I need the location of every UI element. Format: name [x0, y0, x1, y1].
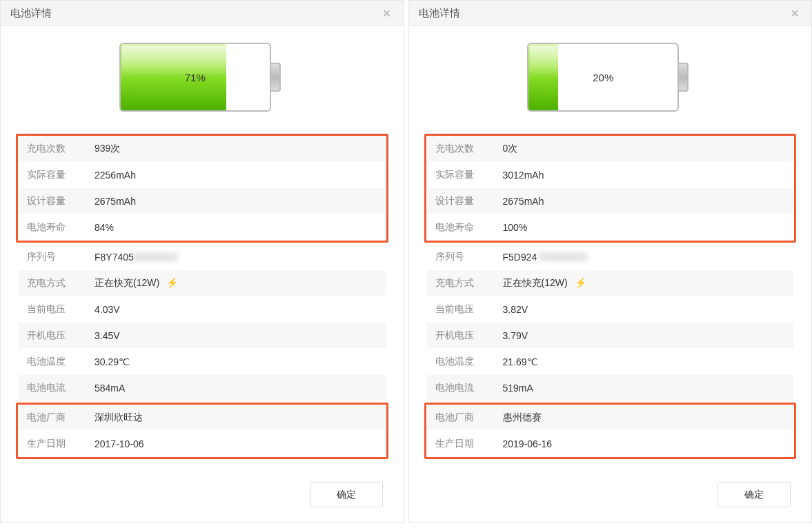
battery-graphic-area: 71% [1, 26, 404, 132]
label: 实际容量 [19, 169, 95, 181]
row-charge-mode: 充电方式 正在快充(12W) ⚡ [427, 270, 794, 296]
row-serial: 序列号 F5D9247XXXXXXX [427, 244, 794, 270]
value: 深圳欣旺达 [95, 412, 386, 424]
label: 序列号 [19, 251, 95, 263]
charge-mode-text: 正在快充(12W) [95, 277, 159, 288]
charge-mode-text: 正在快充(12W) [503, 277, 568, 288]
value: 3012mAh [503, 170, 794, 181]
value: 2675mAh [95, 196, 386, 207]
data-block: 充电次数 939次 实际容量 2256mAh 设计容量 2675mAh 电池寿命… [1, 132, 404, 467]
label: 充电方式 [19, 277, 95, 290]
row-battery-life: 电池寿命 84% [19, 214, 386, 241]
value: 584mA [95, 383, 386, 394]
value: 正在快充(12W) ⚡ [503, 277, 794, 290]
battery-graphic: 71% [119, 43, 285, 112]
label: 电池厂商 [427, 412, 503, 424]
serial-prefix: F8Y7405 [95, 252, 134, 263]
highlight-top: 充电次数 0次 实际容量 3012mAh 设计容量 2675mAh 电池寿命 1… [424, 134, 797, 243]
value: 3.82V [503, 304, 794, 315]
label: 充电方式 [427, 277, 503, 290]
value: F8Y74050XXXXXX [95, 252, 386, 263]
row-manufacturer: 电池厂商 惠州德赛 [427, 405, 794, 431]
value: 939次 [95, 143, 386, 155]
label: 当前电压 [427, 303, 503, 316]
value: 2017-10-06 [95, 438, 386, 449]
value: 21.69℃ [503, 356, 794, 367]
battery-fill [121, 44, 226, 110]
highlight-top: 充电次数 939次 实际容量 2256mAh 设计容量 2675mAh 电池寿命… [16, 134, 388, 243]
row-temperature: 电池温度 21.69℃ [427, 349, 794, 375]
panel-title: 电池详情 [419, 7, 460, 20]
value: 30.29℃ [95, 356, 386, 367]
ok-button[interactable]: 确定 [310, 483, 383, 507]
label: 电池温度 [19, 356, 95, 368]
value: 519mA [503, 383, 794, 394]
close-icon[interactable]: × [380, 6, 394, 20]
value: 2019-06-16 [503, 438, 794, 449]
app-root: 电池详情 × 71% 充电次数 939次 实际容量 [0, 0, 812, 523]
row-current-voltage: 当前电压 3.82V [427, 296, 794, 323]
label: 设计容量 [427, 195, 503, 207]
value: F5D9247XXXXXXX [503, 252, 794, 263]
serial-blurred: 0XXXXXX [134, 252, 178, 263]
label: 电池电流 [427, 382, 503, 394]
label: 当前电压 [19, 303, 95, 316]
highlight-bottom: 电池厂商 惠州德赛 生产日期 2019-06-16 [424, 403, 797, 459]
highlight-bottom: 电池厂商 深圳欣旺达 生产日期 2017-10-06 [16, 403, 388, 459]
lightning-icon: ⚡ [575, 277, 586, 288]
label: 电池寿命 [427, 221, 503, 234]
row-boot-voltage: 开机电压 3.45V [19, 323, 386, 349]
label: 电池寿命 [19, 221, 95, 234]
row-actual-capacity: 实际容量 2256mAh [19, 162, 386, 188]
battery-graphic: 20% [527, 43, 693, 112]
label: 电池温度 [427, 356, 503, 368]
row-current-voltage: 当前电压 4.03V [19, 296, 386, 323]
close-icon[interactable]: × [788, 6, 802, 20]
value: 100% [503, 222, 794, 233]
label: 生产日期 [19, 438, 95, 450]
label: 开机电压 [427, 329, 503, 342]
ok-button[interactable]: 确定 [717, 483, 791, 507]
row-charge-count: 充电次数 0次 [427, 136, 794, 162]
battery-tip [271, 63, 281, 92]
row-charge-count: 充电次数 939次 [19, 136, 386, 162]
panel-header: 电池详情 × [409, 1, 812, 26]
label: 电池电流 [19, 382, 95, 394]
row-production-date: 生产日期 2017-10-06 [19, 431, 386, 457]
battery-body [527, 43, 679, 112]
value: 3.79V [503, 330, 794, 341]
battery-body [119, 43, 271, 112]
label: 充电次数 [19, 143, 95, 155]
row-charge-mode: 充电方式 正在快充(12W) ⚡ [19, 270, 386, 296]
value: 4.03V [95, 304, 386, 315]
panel-footer: 确定 [1, 467, 404, 522]
label: 生产日期 [427, 438, 503, 450]
row-actual-capacity: 实际容量 3012mAh [427, 162, 794, 188]
row-design-capacity: 设计容量 2675mAh [19, 188, 386, 214]
serial-prefix: F5D924 [503, 252, 537, 263]
row-design-capacity: 设计容量 2675mAh [427, 188, 794, 214]
battery-tip [679, 63, 689, 92]
value: 2256mAh [95, 170, 386, 181]
battery-fill [528, 44, 558, 110]
row-current: 电池电流 519mA [427, 375, 794, 401]
row-boot-voltage: 开机电压 3.79V [427, 323, 794, 349]
label: 开机电压 [19, 329, 95, 342]
label: 设计容量 [19, 195, 95, 207]
row-manufacturer: 电池厂商 深圳欣旺达 [19, 405, 386, 431]
data-block: 充电次数 0次 实际容量 3012mAh 设计容量 2675mAh 电池寿命 1… [409, 132, 812, 467]
battery-panel-left: 电池详情 × 71% 充电次数 939次 实际容量 [0, 0, 404, 523]
row-temperature: 电池温度 30.29℃ [19, 349, 386, 375]
row-serial: 序列号 F8Y74050XXXXXX [19, 244, 386, 270]
label: 实际容量 [427, 169, 503, 181]
value: 惠州德赛 [503, 412, 794, 424]
battery-panel-right: 电池详情 × 20% 充电次数 0次 实际容量 30 [408, 0, 813, 523]
value: 3.45V [95, 330, 386, 341]
value: 2675mAh [503, 196, 794, 207]
value: 正在快充(12W) ⚡ [95, 277, 386, 290]
serial-blurred: 7XXXXXXX [537, 252, 587, 263]
row-battery-life: 电池寿命 100% [427, 214, 794, 241]
label: 序列号 [427, 251, 503, 263]
label: 电池厂商 [19, 412, 95, 424]
lightning-icon: ⚡ [166, 277, 178, 288]
